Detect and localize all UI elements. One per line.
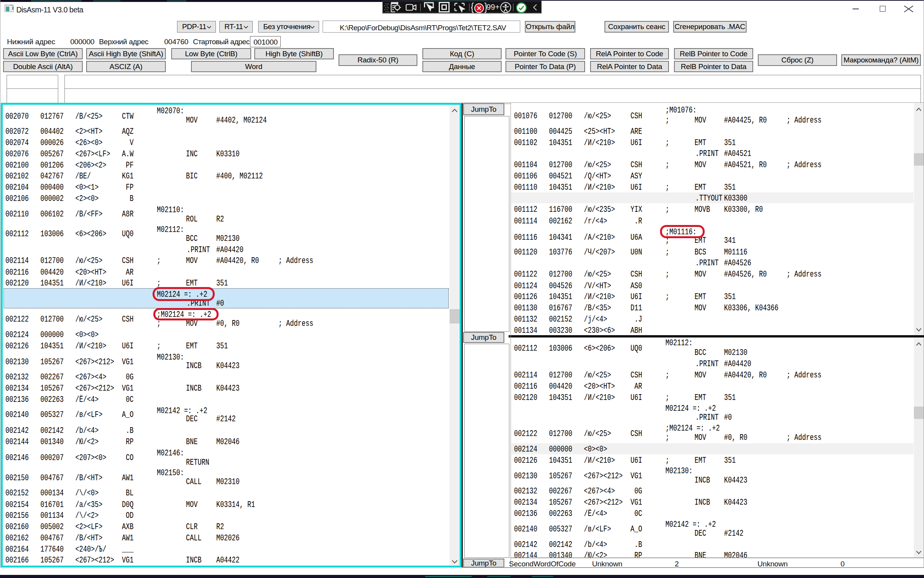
svg-text:99+: 99+ (486, 3, 500, 11)
